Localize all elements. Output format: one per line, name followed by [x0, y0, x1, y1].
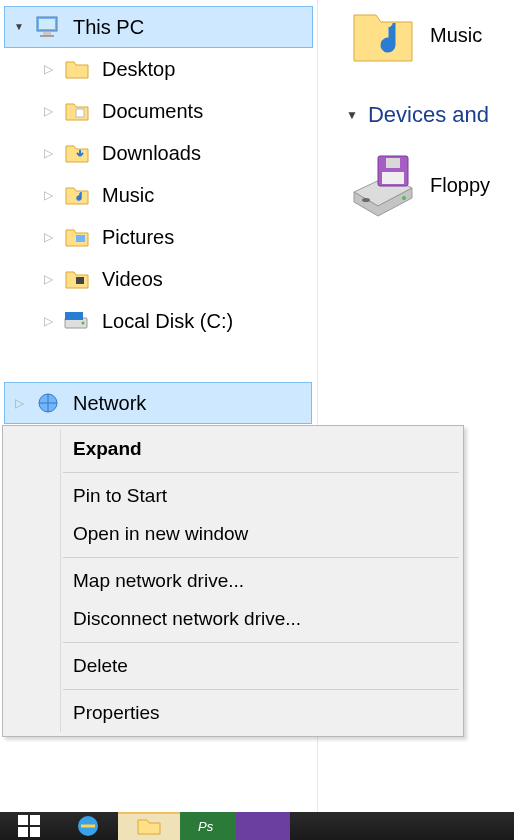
- tree-label: Videos: [102, 268, 163, 291]
- chevron-right-icon[interactable]: [40, 187, 56, 203]
- context-menu-properties[interactable]: Properties: [3, 694, 463, 732]
- floppy-drive-icon: [348, 150, 418, 220]
- svg-rect-6: [76, 277, 84, 284]
- svg-rect-2: [43, 32, 51, 35]
- taskbar-ie[interactable]: [58, 812, 118, 840]
- svg-rect-19: [30, 815, 40, 825]
- tree-item-pictures[interactable]: Pictures: [4, 216, 313, 258]
- svg-rect-20: [18, 827, 28, 837]
- tree-item-desktop[interactable]: Desktop: [4, 48, 313, 90]
- tree-label: Music: [102, 184, 154, 207]
- content-item-music[interactable]: Music: [348, 0, 482, 70]
- chevron-right-icon[interactable]: [40, 271, 56, 287]
- computer-icon: [33, 12, 63, 42]
- taskbar-app-green[interactable]: Ps: [180, 812, 236, 840]
- svg-point-17: [402, 196, 406, 200]
- chevron-right-icon[interactable]: [40, 145, 56, 161]
- tree-item-videos[interactable]: Videos: [4, 258, 313, 300]
- svg-rect-4: [76, 109, 84, 117]
- tree-label: Documents: [102, 100, 203, 123]
- section-label: Devices and: [368, 102, 489, 128]
- svg-rect-5: [76, 235, 85, 242]
- folder-icon: [62, 180, 92, 210]
- context-menu-open-new-window[interactable]: Open in new window: [3, 515, 463, 553]
- tree-item-network[interactable]: Network: [4, 382, 312, 424]
- tree-label: Pictures: [102, 226, 174, 249]
- folder-icon: [62, 222, 92, 252]
- chevron-right-icon[interactable]: [11, 395, 27, 411]
- context-menu-separator: [63, 472, 459, 473]
- folder-icon: [62, 138, 92, 168]
- svg-rect-18: [18, 815, 28, 825]
- context-menu-separator: [63, 557, 459, 558]
- folder-icon: [62, 264, 92, 294]
- tree-label: Desktop: [102, 58, 175, 81]
- content-item-floppy[interactable]: Floppy: [348, 150, 490, 220]
- content-label: Music: [430, 24, 482, 47]
- tree-item-music[interactable]: Music: [4, 174, 313, 216]
- svg-rect-3: [40, 35, 54, 37]
- svg-rect-8: [65, 312, 75, 320]
- folder-icon: [62, 54, 92, 84]
- tree-item-this-pc[interactable]: This PC: [4, 6, 313, 48]
- chevron-down-icon[interactable]: ▼: [346, 108, 358, 122]
- folder-icon: [62, 96, 92, 126]
- svg-point-16: [362, 198, 370, 202]
- svg-rect-1: [39, 19, 55, 29]
- svg-text:Ps: Ps: [198, 819, 214, 834]
- context-menu-map-network-drive[interactable]: Map network drive...: [3, 562, 463, 600]
- context-menu-expand[interactable]: Expand: [3, 430, 463, 468]
- svg-rect-10: [79, 312, 83, 320]
- tree-label: Downloads: [102, 142, 201, 165]
- tree-item-local-disk[interactable]: Local Disk (C:): [4, 300, 313, 342]
- content-label: Floppy: [430, 174, 490, 197]
- svg-rect-24: [254, 817, 272, 835]
- context-menu-delete[interactable]: Delete: [3, 647, 463, 685]
- music-folder-icon: [348, 0, 418, 70]
- context-menu-separator: [63, 642, 459, 643]
- chevron-right-icon[interactable]: [40, 229, 56, 245]
- svg-rect-9: [75, 312, 79, 320]
- context-menu-disconnect-network-drive[interactable]: Disconnect network drive...: [3, 600, 463, 638]
- svg-point-11: [82, 322, 85, 325]
- tree-item-documents[interactable]: Documents: [4, 90, 313, 132]
- network-icon: [33, 388, 63, 418]
- context-menu-pin-to-start[interactable]: Pin to Start: [3, 477, 463, 515]
- drive-icon: [62, 306, 92, 336]
- chevron-down-icon[interactable]: [11, 19, 27, 35]
- chevron-right-icon[interactable]: [40, 313, 56, 329]
- section-devices-and-drives[interactable]: ▼ Devices and: [346, 102, 489, 128]
- chevron-right-icon[interactable]: [40, 61, 56, 77]
- svg-rect-14: [386, 158, 400, 168]
- context-menu-separator: [63, 689, 459, 690]
- taskbar-explorer[interactable]: [118, 812, 180, 840]
- chevron-right-icon[interactable]: [40, 103, 56, 119]
- context-menu: Expand Pin to Start Open in new window M…: [2, 425, 464, 737]
- tree-label: Network: [73, 392, 146, 415]
- tree-item-downloads[interactable]: Downloads: [4, 132, 313, 174]
- svg-rect-21: [30, 827, 40, 837]
- taskbar: Ps: [0, 812, 514, 840]
- start-button[interactable]: [0, 812, 58, 840]
- svg-rect-15: [382, 172, 404, 184]
- tree-label: Local Disk (C:): [102, 310, 233, 333]
- taskbar-app-purple[interactable]: [236, 812, 290, 840]
- tree-label: This PC: [73, 16, 144, 39]
